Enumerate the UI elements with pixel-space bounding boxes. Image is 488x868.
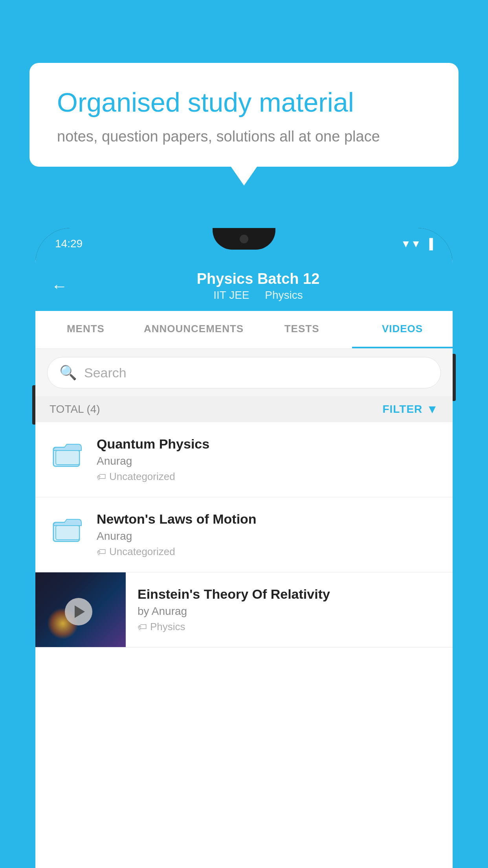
folder-icon bbox=[50, 436, 85, 472]
tag-icon: 🏷 bbox=[97, 546, 106, 557]
search-icon: 🔍 bbox=[59, 364, 77, 381]
video-tag: 🏷 Uncategorized bbox=[97, 471, 438, 483]
video-author: Anurag bbox=[97, 455, 438, 467]
camera bbox=[240, 235, 248, 243]
app-header: ← Physics Batch 12 IIT JEE Physics bbox=[35, 259, 453, 311]
video-author: Anurag bbox=[97, 530, 438, 542]
video-info: Einstein's Theory Of Relativity by Anura… bbox=[126, 572, 453, 647]
filter-label: FILTER bbox=[382, 403, 422, 416]
tab-ments[interactable]: MENTS bbox=[35, 311, 136, 348]
bubble-title: Organised study material bbox=[57, 86, 431, 119]
video-list: Quantum Physics Anurag 🏷 Uncategorized bbox=[35, 422, 453, 647]
tag-icon: 🏷 bbox=[97, 471, 106, 482]
subtitle-iitjee: IIT JEE bbox=[213, 289, 249, 301]
tab-announcements[interactable]: ANNOUNCEMENTS bbox=[136, 311, 251, 348]
tab-tests[interactable]: TESTS bbox=[251, 311, 352, 348]
status-bar: 14:29 ▼▼ ▐ bbox=[35, 228, 453, 259]
list-item[interactable]: Quantum Physics Anurag 🏷 Uncategorized bbox=[35, 422, 453, 497]
tag-icon: 🏷 bbox=[138, 622, 147, 633]
bubble-subtitle: notes, question papers, solutions all at… bbox=[57, 128, 431, 145]
speech-bubble: Organised study material notes, question… bbox=[29, 63, 459, 167]
play-icon bbox=[75, 605, 85, 618]
batch-subtitle: IIT JEE Physics bbox=[79, 289, 437, 302]
status-icons: ▼▼ ▐ bbox=[401, 238, 433, 250]
back-button[interactable]: ← bbox=[51, 277, 68, 296]
video-title: Newton's Laws of Motion bbox=[97, 511, 438, 527]
status-time: 14:29 bbox=[55, 237, 83, 250]
filter-button[interactable]: FILTER ▼ bbox=[382, 403, 438, 416]
filter-icon: ▼ bbox=[426, 403, 438, 416]
tabs-bar: MENTS ANNOUNCEMENTS TESTS VIDEOS bbox=[35, 311, 453, 349]
search-container: 🔍 Search bbox=[35, 349, 453, 396]
battery-icon: ▐ bbox=[426, 238, 433, 250]
list-item[interactable]: Newton's Laws of Motion Anurag 🏷 Uncateg… bbox=[35, 497, 453, 572]
total-count: TOTAL (4) bbox=[50, 403, 100, 416]
video-title: Einstein's Theory Of Relativity bbox=[138, 587, 441, 602]
svg-rect-3 bbox=[56, 526, 79, 540]
video-info: Quantum Physics Anurag 🏷 Uncategorized bbox=[97, 436, 438, 483]
phone-notch bbox=[213, 228, 275, 250]
video-tag: 🏷 Uncategorized bbox=[97, 546, 438, 558]
search-placeholder: Search bbox=[84, 365, 127, 381]
tag-text: Uncategorized bbox=[109, 546, 175, 558]
folder-icon bbox=[50, 511, 85, 547]
subtitle-physics: Physics bbox=[265, 289, 303, 301]
tab-videos[interactable]: VIDEOS bbox=[352, 311, 453, 348]
video-thumbnail bbox=[35, 572, 126, 647]
phone-frame: 14:29 ▼▼ ▐ ← Physics Batch 12 IIT JEE Ph… bbox=[35, 228, 453, 868]
video-author: by Anurag bbox=[138, 605, 441, 618]
play-button[interactable] bbox=[65, 598, 92, 625]
tag-text: Uncategorized bbox=[109, 471, 175, 483]
batch-title: Physics Batch 12 bbox=[79, 270, 437, 287]
svg-rect-1 bbox=[56, 451, 79, 465]
video-info: Newton's Laws of Motion Anurag 🏷 Uncateg… bbox=[97, 511, 438, 558]
header-title-group: Physics Batch 12 IIT JEE Physics bbox=[79, 270, 437, 302]
search-bar[interactable]: 🔍 Search bbox=[47, 357, 441, 388]
filter-row: TOTAL (4) FILTER ▼ bbox=[35, 396, 453, 422]
video-title: Quantum Physics bbox=[97, 436, 438, 452]
tag-text: Physics bbox=[150, 621, 185, 633]
wifi-icon: ▼▼ bbox=[401, 238, 421, 250]
list-item[interactable]: Einstein's Theory Of Relativity by Anura… bbox=[35, 572, 453, 647]
video-tag: 🏷 Physics bbox=[138, 621, 441, 633]
app-content: ← Physics Batch 12 IIT JEE Physics MENTS… bbox=[35, 259, 453, 868]
